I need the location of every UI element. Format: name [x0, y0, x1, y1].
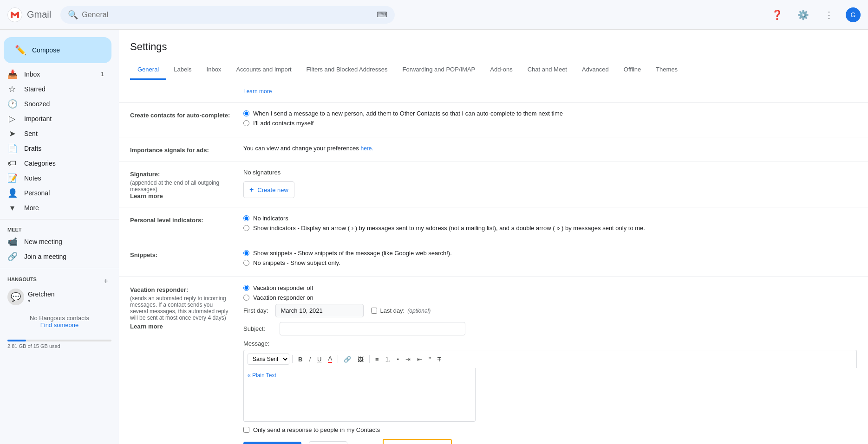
compose-button[interactable]: ✏️ Compose — [4, 37, 111, 63]
sidebar-item-personal[interactable]: 👤 Personal — [0, 186, 111, 200]
learn-more-row-top: Learn more — [119, 80, 868, 103]
importance-signals-label: Importance signals for ads: — [130, 145, 232, 154]
subject-label: Subject: — [243, 325, 276, 332]
find-someone-link[interactable]: Find someone — [7, 322, 111, 328]
sidebar-item-more[interactable]: ▾ More — [0, 200, 111, 215]
vacation-off-label: Vacation responder off — [253, 284, 313, 291]
signature-learn-more[interactable]: Learn more — [130, 193, 163, 199]
sidebar-item-label: Notes — [24, 174, 104, 182]
toolbar-divider-2 — [338, 355, 338, 363]
tab-chat-meet[interactable]: Chat and Meet — [520, 60, 574, 80]
subject-row: Subject: — [243, 322, 857, 335]
first-day-input[interactable] — [275, 304, 364, 317]
cancel-button-vacation[interactable]: Cancel — [309, 441, 347, 444]
message-editor-container: « Plain Text — [243, 368, 476, 422]
last-day-checkbox[interactable] — [371, 308, 377, 314]
apps-button[interactable]: ⋮ — [820, 6, 838, 24]
sidebar-item-inbox[interactable]: 📥 Inbox 1 — [0, 67, 111, 82]
link-button[interactable]: 🔗 — [341, 354, 354, 365]
vacation-on-radio[interactable] — [243, 295, 249, 301]
personal-indicators-label: Personal level indicators: — [130, 215, 232, 224]
remove-format-button[interactable]: T̶ — [435, 354, 444, 365]
no-indicators-radio[interactable] — [243, 215, 249, 221]
create-contacts-row: Create contacts for auto-complete: When … — [119, 103, 868, 137]
tab-filters[interactable]: Filters and Blocked Addresses — [299, 60, 395, 80]
add-hangout-button[interactable]: + — [100, 276, 111, 287]
image-button[interactable]: 🖼 — [355, 354, 366, 365]
main-content: Settings General Labels Inbox Accounts a… — [119, 30, 868, 444]
save-changes-button-vacation[interactable]: Save Changes — [243, 442, 301, 444]
numbered-list-button[interactable]: 1. — [383, 354, 393, 365]
show-snippets-row: Show snippets - Show snippets of the mes… — [243, 250, 857, 257]
hangouts-user-item[interactable]: 💬 Gretchen ▾ — [7, 287, 111, 307]
support-button[interactable]: ❓ — [768, 6, 786, 24]
align-button[interactable]: ≡ — [372, 354, 382, 365]
indent-button[interactable]: ⇥ — [403, 354, 413, 365]
tab-advanced[interactable]: Advanced — [574, 60, 616, 80]
sidebar-item-sent[interactable]: ➤ Sent — [0, 126, 111, 141]
quote-button[interactable]: " — [426, 354, 434, 365]
sidebar-item-new-meeting[interactable]: 📹 New meeting — [0, 234, 111, 249]
sidebar-item-notes[interactable]: 📝 Notes — [0, 171, 111, 186]
search-input[interactable] — [82, 11, 373, 19]
signature-label: Signature: (appended at the end of all o… — [130, 169, 232, 199]
show-indicators-radio[interactable] — [243, 225, 249, 231]
avatar[interactable]: G — [846, 7, 861, 22]
subject-input[interactable] — [280, 322, 465, 335]
bold-button[interactable]: B — [295, 354, 305, 365]
settings-button[interactable]: ⚙️ — [794, 6, 812, 24]
hangouts-status: ▾ — [28, 298, 55, 304]
vacation-learn-more-link[interactable]: Learn more — [130, 323, 163, 330]
create-contacts-radio-2[interactable] — [243, 120, 249, 126]
sidebar-divider-1 — [0, 219, 119, 219]
sidebar-item-categories[interactable]: 🏷 Categories — [0, 156, 111, 171]
sidebar-item-important[interactable]: ▷ Important — [0, 111, 111, 126]
sidebar-item-label: Join a meeting — [24, 253, 104, 260]
vacation-responder-row: Vacation responder: (sends an automated … — [119, 277, 868, 444]
text-color-button[interactable]: A — [325, 353, 335, 365]
sidebar-item-label: Categories — [24, 160, 104, 167]
show-snippets-radio[interactable] — [243, 250, 249, 256]
vacation-off-radio[interactable] — [243, 285, 249, 291]
tab-general[interactable]: General — [130, 60, 166, 80]
learn-more-link-top[interactable]: Learn more — [243, 88, 272, 95]
learn-more-control: Learn more — [243, 88, 857, 95]
plain-text-link[interactable]: « Plain Text — [248, 372, 276, 379]
search-bar[interactable]: 🔍 ⌨ — [60, 6, 395, 24]
sidebar-item-drafts[interactable]: 📄 Drafts — [0, 141, 111, 156]
sidebar-item-snoozed[interactable]: 🕐 Snoozed — [0, 97, 111, 111]
toolbar-divider-3 — [369, 355, 370, 363]
settings-header: Settings General Labels Inbox Accounts a… — [119, 30, 868, 80]
hangouts-section: Hangouts + 💬 Gretchen ▾ No Hangouts cont… — [0, 272, 119, 332]
vacation-on-label: Vacation responder on — [253, 294, 313, 301]
create-contacts-radio-1[interactable] — [243, 110, 249, 116]
learn-more-label — [130, 88, 232, 90]
create-contacts-option1-label: When I send a message to a new person, a… — [253, 110, 563, 117]
underline-button[interactable]: U — [314, 354, 324, 365]
sidebar-item-join-meeting[interactable]: 🔗 Join a meeting — [0, 249, 111, 264]
outdent-button[interactable]: ⇤ — [414, 354, 425, 365]
tab-labels[interactable]: Labels — [166, 60, 199, 80]
inbox-icon: 📥 — [7, 69, 17, 79]
create-new-button[interactable]: + Create new — [243, 181, 294, 198]
italic-button[interactable]: I — [306, 354, 313, 365]
tab-forwarding[interactable]: Forwarding and POP/IMAP — [395, 60, 483, 80]
tab-add-ons[interactable]: Add-ons — [483, 60, 520, 80]
importance-here-link[interactable]: here. — [360, 145, 373, 152]
optional-text: (optional) — [407, 308, 431, 314]
only-send-checkbox[interactable] — [243, 427, 249, 433]
settings-body: Learn more Create contacts for auto-comp… — [119, 80, 868, 444]
create-new-label: Create new — [257, 187, 288, 193]
no-hangouts-text: No Hangouts contacts — [7, 315, 111, 322]
tab-offline[interactable]: Offline — [616, 60, 648, 80]
no-snippets-radio[interactable] — [243, 260, 249, 266]
bullet-list-button[interactable]: • — [394, 354, 402, 365]
search-icon: 🔍 — [68, 10, 78, 20]
tab-inbox[interactable]: Inbox — [199, 60, 229, 80]
tab-accounts-import[interactable]: Accounts and Import — [228, 60, 299, 80]
tab-themes[interactable]: Themes — [648, 60, 685, 80]
sidebar-item-starred[interactable]: ☆ Starred — [0, 82, 111, 97]
message-editor[interactable] — [248, 380, 471, 418]
settings-title: Settings — [130, 41, 857, 53]
font-select[interactable]: Sans Serif — [248, 354, 289, 365]
